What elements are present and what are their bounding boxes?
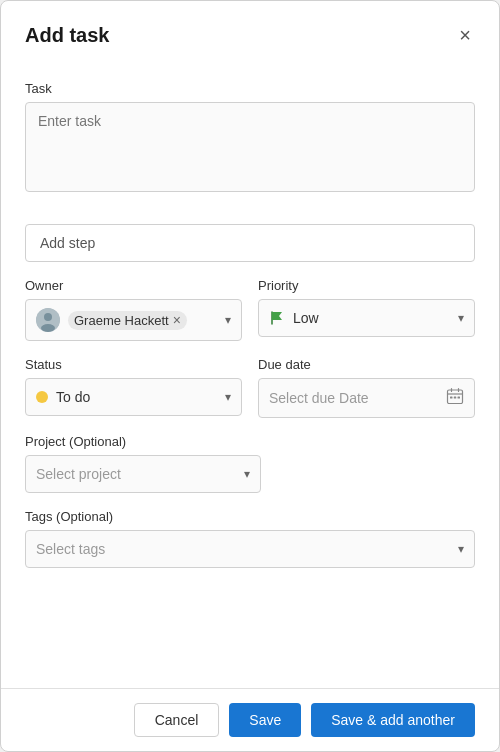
cancel-button[interactable]: Cancel: [134, 703, 220, 737]
owner-field: Owner Graeme Hackett ×: [25, 278, 242, 341]
tags-field-section: Tags (Optional) Select tags ▾: [25, 509, 475, 568]
status-field: Status To do ▾: [25, 357, 242, 418]
tags-placeholder: Select tags: [36, 541, 105, 557]
tags-select-inner: Select tags: [36, 541, 458, 557]
priority-flag-icon: [269, 310, 285, 326]
owner-avatar: [36, 308, 60, 332]
tags-select[interactable]: Select tags ▾: [25, 530, 475, 568]
add-task-dialog: Add task × Task Add step Owner: [0, 0, 500, 752]
status-label: Status: [25, 357, 242, 372]
priority-chevron-icon: ▾: [458, 311, 464, 325]
dialog-footer: Cancel Save Save & add another: [1, 688, 499, 751]
close-button[interactable]: ×: [455, 21, 475, 49]
owner-select[interactable]: Graeme Hackett × ▾: [25, 299, 242, 341]
owner-priority-row: Owner Graeme Hackett ×: [25, 278, 475, 341]
project-select[interactable]: Select project ▾: [25, 455, 261, 493]
save-button[interactable]: Save: [229, 703, 301, 737]
owner-chip: Graeme Hackett ×: [68, 311, 187, 330]
owner-select-inner: Graeme Hackett ×: [36, 308, 225, 332]
status-chevron-icon: ▾: [225, 390, 231, 404]
calendar-icon: [446, 387, 464, 409]
svg-rect-4: [450, 397, 453, 399]
priority-select[interactable]: Low ▾: [258, 299, 475, 337]
dialog-title: Add task: [25, 24, 109, 47]
tags-chevron-icon: ▾: [458, 542, 464, 556]
due-date-select[interactable]: Select due Date: [258, 378, 475, 418]
owner-remove-icon[interactable]: ×: [173, 313, 181, 327]
due-date-label: Due date: [258, 357, 475, 372]
owner-label: Owner: [25, 278, 242, 293]
task-field-section: Task: [25, 81, 475, 196]
status-select-inner: To do: [36, 389, 225, 405]
project-field-section: Project (Optional) Select project ▾: [25, 434, 475, 493]
add-step-button[interactable]: Add step: [25, 224, 475, 262]
priority-value: Low: [293, 310, 319, 326]
project-chevron-icon: ▾: [244, 467, 250, 481]
priority-label: Priority: [258, 278, 475, 293]
due-date-inner: Select due Date: [269, 390, 446, 406]
status-dot-icon: [36, 391, 48, 403]
priority-select-inner: Low: [269, 310, 458, 326]
status-duedate-row: Status To do ▾ Due date Select due Date: [25, 357, 475, 418]
due-date-placeholder: Select due Date: [269, 390, 369, 406]
project-label: Project (Optional): [25, 434, 475, 449]
svg-point-1: [44, 313, 52, 321]
status-select[interactable]: To do ▾: [25, 378, 242, 416]
project-select-inner: Select project: [36, 466, 244, 482]
task-label: Task: [25, 81, 475, 96]
save-add-another-button[interactable]: Save & add another: [311, 703, 475, 737]
task-input[interactable]: [25, 102, 475, 192]
owner-chevron-icon: ▾: [225, 313, 231, 327]
svg-rect-6: [458, 397, 461, 399]
project-placeholder: Select project: [36, 466, 121, 482]
svg-rect-5: [454, 397, 457, 399]
owner-name: Graeme Hackett: [74, 313, 169, 328]
tags-label: Tags (Optional): [25, 509, 475, 524]
dialog-header: Add task ×: [1, 1, 499, 65]
dialog-body: Task Add step Owner: [1, 65, 499, 644]
status-value: To do: [56, 389, 90, 405]
due-date-field: Due date Select due Date: [258, 357, 475, 418]
svg-point-2: [41, 324, 55, 332]
priority-field: Priority Low ▾: [258, 278, 475, 341]
